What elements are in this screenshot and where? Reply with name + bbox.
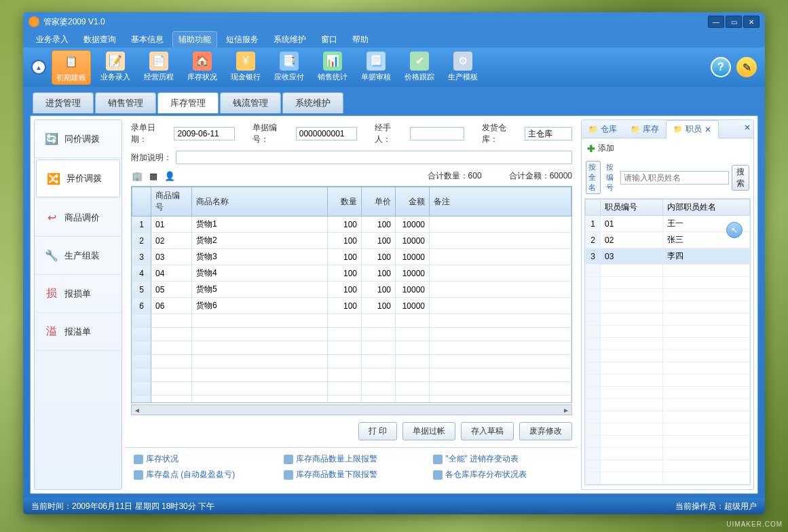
menu-item-2[interactable]: 基本信息 xyxy=(125,31,170,48)
list-icon[interactable]: ▦ xyxy=(147,170,160,182)
sidebar-item-0[interactable]: 🔄同价调拨 xyxy=(35,120,121,158)
horizontal-scrollbar[interactable]: ◄ ► xyxy=(131,404,572,415)
nav-tab-0[interactable]: 进货管理 xyxy=(33,92,94,113)
table-row[interactable]: 202货物210010010000 xyxy=(132,233,571,249)
table-row[interactable] xyxy=(132,382,571,396)
sidebar-item-1[interactable]: 🔀异价调拨 xyxy=(36,159,120,197)
toolbar-btn-9[interactable]: ⚙生产模板 xyxy=(444,50,482,85)
quick-link-2[interactable]: "全能" 进销存变动表 xyxy=(433,453,569,465)
print-button[interactable]: 打 印 xyxy=(358,422,397,440)
quick-link-5[interactable]: 各仓库库存分布状况表 xyxy=(433,469,569,480)
grid-icon[interactable]: 🏢 xyxy=(131,170,143,182)
table-row[interactable]: 303货物310010010000 xyxy=(132,249,571,265)
table-row[interactable]: 101货物110010010000 xyxy=(132,216,571,233)
close-button[interactable]: ✕ xyxy=(743,16,759,28)
toolbar-btn-0[interactable]: 📋初期建账 xyxy=(52,50,91,85)
table-row[interactable] xyxy=(132,396,571,404)
list-item[interactable] xyxy=(586,314,750,326)
toolbar-btn-6[interactable]: 📊销售统计 xyxy=(314,50,352,85)
add-button[interactable]: ✚ 添加 xyxy=(582,138,753,158)
toolbar-btn-1[interactable]: 📝业务录入 xyxy=(96,50,134,85)
menu-item-1[interactable]: 数据查询 xyxy=(77,31,122,48)
goods-grid[interactable]: 商品编号商品名称数量单价金额备注101货物110010010000202货物21… xyxy=(131,186,572,403)
menu-item-6[interactable]: 窗口 xyxy=(315,31,343,48)
list-item[interactable] xyxy=(586,387,750,399)
panel-close-icon[interactable]: ✕ xyxy=(744,123,751,132)
date-input[interactable] xyxy=(174,127,235,140)
warehouse-input[interactable] xyxy=(525,127,572,140)
sidebar-item-3[interactable]: 🔧生产组装 xyxy=(35,237,121,275)
panel-tab-1[interactable]: 📁库存 xyxy=(624,120,666,138)
list-item[interactable]: 101王一 xyxy=(586,216,750,232)
menu-item-0[interactable]: 业务录入 xyxy=(30,31,75,48)
staff-grid[interactable]: 职员编号内部职员姓名101王一202张三303李四 xyxy=(584,198,751,485)
collapse-toolbar-button[interactable]: ▲ xyxy=(31,60,46,75)
list-item[interactable] xyxy=(586,460,750,472)
doc-no-input[interactable] xyxy=(296,127,357,140)
table-row[interactable] xyxy=(132,368,571,382)
list-item[interactable] xyxy=(586,423,750,436)
list-item[interactable] xyxy=(586,411,750,423)
minimize-button[interactable]: — xyxy=(708,16,724,28)
list-item[interactable] xyxy=(586,375,750,387)
nav-tab-1[interactable]: 销售管理 xyxy=(95,92,156,113)
list-item[interactable] xyxy=(586,448,750,460)
search-button[interactable]: 搜索 xyxy=(732,165,749,191)
panel-tab-2[interactable]: 📁职员 ✕ xyxy=(666,120,719,138)
save-draft-button[interactable]: 存入草稿 xyxy=(461,422,514,440)
table-row[interactable] xyxy=(132,355,571,368)
handler-input[interactable] xyxy=(410,127,464,140)
list-item[interactable] xyxy=(586,338,750,350)
list-item[interactable]: 303李四 xyxy=(586,248,750,265)
post-button[interactable]: 单据过帐 xyxy=(402,422,455,440)
list-item[interactable] xyxy=(586,289,750,301)
list-item[interactable] xyxy=(586,350,750,362)
menu-item-5[interactable]: 系统维护 xyxy=(267,31,312,48)
search-input[interactable] xyxy=(620,171,729,185)
quick-link-3[interactable]: 库存盘点 (自动盘盈盘亏) xyxy=(134,469,270,480)
tab-close-icon[interactable]: ✕ xyxy=(705,125,711,134)
float-arrow-icon[interactable]: ↖ xyxy=(726,222,743,238)
toolbar-btn-3[interactable]: 🏠库存状况 xyxy=(183,50,221,85)
scroll-right-icon[interactable]: ► xyxy=(561,406,571,414)
sidebar-item-4[interactable]: 损报损单 xyxy=(35,275,121,313)
nav-tab-3[interactable]: 钱流管理 xyxy=(220,92,281,113)
quick-link-0[interactable]: 库存状况 xyxy=(134,453,270,465)
panel-tab-0[interactable]: 📁仓库 xyxy=(582,120,624,138)
list-item[interactable]: 202张三 xyxy=(586,232,750,248)
quick-link-1[interactable]: 库存商品数量上限报警 xyxy=(284,453,420,465)
nav-tab-2[interactable]: 库存管理 xyxy=(157,92,219,113)
search-by-code[interactable]: 按编号 xyxy=(603,161,618,194)
sidebar-item-2[interactable]: ↩商品调价 xyxy=(35,199,121,237)
list-item[interactable] xyxy=(586,326,750,338)
list-item[interactable] xyxy=(586,277,750,289)
toolbar-btn-7[interactable]: 📃单据审核 xyxy=(357,50,395,85)
list-item[interactable] xyxy=(586,301,750,314)
list-item[interactable] xyxy=(586,265,750,277)
sidebar-item-5[interactable]: 溢报溢单 xyxy=(35,313,121,351)
table-row[interactable]: 505货物510010010000 xyxy=(132,282,571,298)
help-icon[interactable]: ? xyxy=(711,57,731,77)
nav-tab-4[interactable]: 系统维护 xyxy=(282,92,343,113)
menu-item-3[interactable]: 辅助功能 xyxy=(172,31,217,48)
table-row[interactable] xyxy=(132,328,571,341)
quick-link-4[interactable]: 库存商品数量下限报警 xyxy=(284,469,420,480)
maximize-button[interactable]: ▭ xyxy=(726,16,742,28)
list-item[interactable] xyxy=(586,399,750,411)
toolbar-btn-8[interactable]: ✔价格跟踪 xyxy=(400,50,438,85)
toolbar-btn-2[interactable]: 📄经营历程 xyxy=(140,50,178,85)
search-by-name[interactable]: 按全名 xyxy=(586,161,601,194)
customize-icon[interactable]: ✎ xyxy=(736,57,757,77)
list-item[interactable] xyxy=(586,472,750,484)
scroll-left-icon[interactable]: ◄ xyxy=(132,406,143,414)
toolbar-btn-5[interactable]: 📑应收应付 xyxy=(270,50,308,85)
table-row[interactable]: 606货物610010010000 xyxy=(132,298,571,314)
table-row[interactable] xyxy=(132,314,571,328)
note-input[interactable] xyxy=(176,151,572,164)
menu-item-4[interactable]: 短信服务 xyxy=(220,31,265,48)
table-row[interactable] xyxy=(132,341,571,355)
person-icon[interactable]: 👤 xyxy=(164,170,176,182)
list-item[interactable] xyxy=(586,436,750,448)
list-item[interactable] xyxy=(586,362,750,375)
table-row[interactable]: 404货物410010010000 xyxy=(132,265,571,282)
